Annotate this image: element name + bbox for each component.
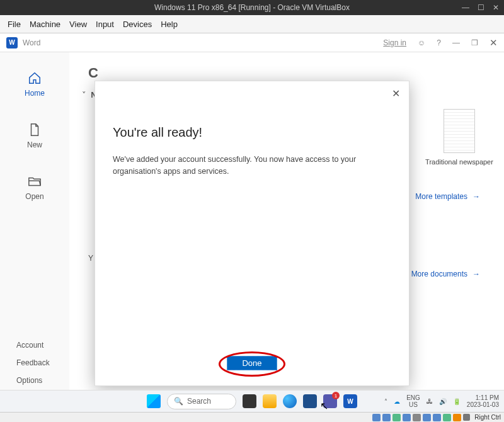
sign-in-link[interactable]: Sign in: [383, 38, 406, 47]
word-close-button[interactable]: ✕: [490, 37, 498, 48]
word-minimize-button[interactable]: —: [452, 38, 460, 47]
template-thumb-newspaper[interactable]: Traditional newspaper: [440, 109, 479, 166]
windows-taskbar: 🔍 Search 1 W ˄ ☁ ENG US 🖧 🔊 🔋 1:11 PM: [0, 390, 504, 412]
vb-audio-icon[interactable]: [392, 414, 401, 421]
virtualbox-menu: File Machine View Input Devices Help: [0, 15, 504, 33]
hidden-text-fragment: Y: [88, 254, 93, 263]
menu-view[interactable]: View: [69, 20, 87, 29]
account-ready-dialog: ✕ You're all ready! We've added your acc…: [94, 81, 410, 386]
home-icon: [28, 71, 42, 85]
word-window: W Word Sign in ☺ ? — ❐ ✕ Home New Open: [0, 33, 504, 422]
tray-chevron-icon[interactable]: ˄: [384, 398, 387, 405]
badge-count: 1: [332, 392, 340, 399]
dialog-body: We've added your account successfully. Y…: [113, 154, 391, 178]
vb-network-icon[interactable]: [403, 414, 411, 421]
sidebar-item-feedback[interactable]: Feedback: [16, 358, 69, 367]
edge-icon[interactable]: [283, 394, 297, 408]
minimize-button[interactable]: —: [461, 3, 470, 12]
vb-display-icon[interactable]: [433, 414, 441, 421]
virtualbox-statusbar: Right Ctrl: [0, 412, 504, 422]
main-heading-fragment: C: [88, 65, 98, 81]
folder-open-icon: [28, 174, 42, 188]
word-title: Word: [23, 38, 40, 47]
menu-machine[interactable]: Machine: [30, 20, 60, 29]
battery-icon[interactable]: 🔋: [453, 398, 461, 405]
account-icon[interactable]: ☺: [418, 38, 425, 47]
sidebar-item-options[interactable]: Options: [16, 376, 69, 385]
word-restore-button[interactable]: ❐: [471, 38, 478, 47]
sidebar-item-account[interactable]: Account: [16, 341, 69, 350]
onedrive-icon[interactable]: ☁: [394, 398, 400, 405]
vb-usb-icon[interactable]: [413, 414, 421, 421]
more-documents-link[interactable]: More documents→: [411, 270, 480, 278]
sidebar-item-home[interactable]: Home: [0, 71, 69, 98]
menu-input[interactable]: Input: [96, 20, 114, 29]
vb-hostkey-icon: [463, 414, 470, 421]
vb-optical-icon[interactable]: [382, 414, 391, 421]
maximize-button[interactable]: ☐: [476, 3, 485, 12]
vb-hostkey-label: Right Ctrl: [474, 414, 501, 421]
vb-hdd-icon[interactable]: [372, 414, 381, 421]
word-sidebar: Home New Open Account Feedback Options: [0, 52, 69, 400]
word-header: W Word Sign in ☺ ? — ❐ ✕: [0, 33, 504, 52]
word-taskbar-icon[interactable]: W: [343, 394, 357, 408]
sidebar-item-new[interactable]: New: [0, 123, 69, 149]
start-button[interactable]: [147, 394, 161, 408]
language-indicator[interactable]: ENG US: [406, 394, 420, 408]
menu-devices[interactable]: Devices: [123, 20, 152, 29]
close-button[interactable]: ✕: [491, 3, 500, 12]
teams-icon[interactable]: 1: [323, 394, 337, 408]
more-templates-link[interactable]: More templates→: [415, 192, 480, 201]
dialog-heading: You're all ready!: [113, 125, 391, 140]
network-icon[interactable]: 🖧: [427, 398, 433, 405]
vb-shared-folders-icon[interactable]: [423, 414, 431, 421]
new-doc-icon: [28, 123, 42, 137]
done-button[interactable]: Done: [227, 356, 277, 370]
vb-recording-icon[interactable]: [443, 414, 451, 421]
file-explorer-icon[interactable]: [263, 394, 277, 408]
taskbar-search[interactable]: 🔍 Search: [167, 394, 236, 409]
sidebar-item-open[interactable]: Open: [0, 174, 69, 201]
ms-store-icon[interactable]: [303, 394, 317, 408]
vb-cpu-icon[interactable]: [453, 414, 461, 421]
arrow-right-icon: →: [472, 192, 480, 201]
virtualbox-titlebar: Windows 11 Pro x86_64 [Running] - Oracle…: [0, 0, 504, 15]
word-logo-icon: W: [6, 37, 18, 48]
system-clock[interactable]: 1:11 PM 2023-01-03: [467, 394, 499, 408]
search-icon: 🔍: [174, 397, 183, 406]
template-preview-icon: [444, 109, 475, 153]
virtualbox-title: Windows 11 Pro x86_64 [Running] - Oracle…: [154, 3, 350, 12]
volume-icon[interactable]: 🔊: [439, 398, 447, 405]
task-view-icon[interactable]: [243, 394, 256, 408]
dialog-close-button[interactable]: ✕: [392, 88, 400, 100]
menu-file[interactable]: File: [8, 20, 21, 29]
menu-help[interactable]: Help: [161, 20, 178, 29]
arrow-right-icon: →: [472, 270, 480, 278]
help-icon[interactable]: ?: [437, 38, 441, 47]
